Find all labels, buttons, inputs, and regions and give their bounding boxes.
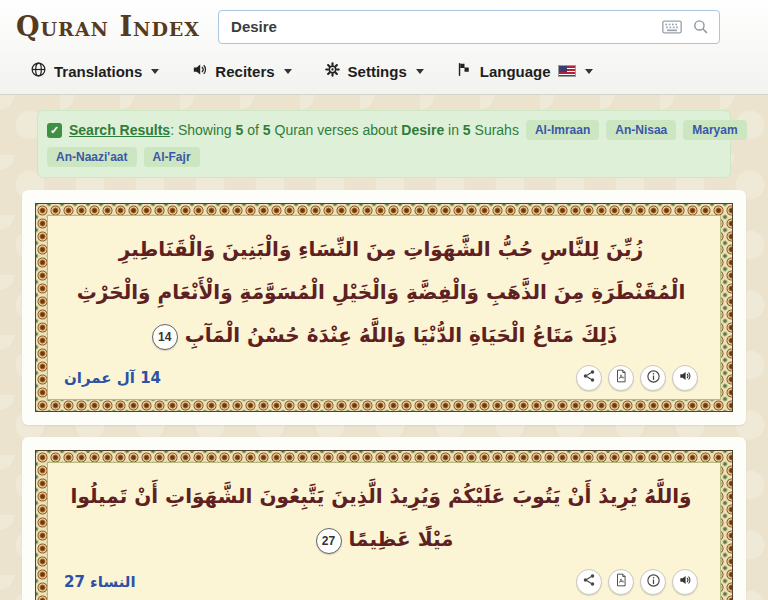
info-button[interactable]	[640, 365, 666, 391]
search-input[interactable]	[231, 18, 652, 35]
search-term: Desire	[401, 122, 444, 138]
chevron-down-icon	[416, 69, 424, 74]
globe-icon	[30, 61, 47, 81]
info-icon	[646, 573, 661, 592]
search-results-link[interactable]: Search Results	[69, 122, 170, 138]
speaker-icon	[678, 369, 692, 387]
chevron-down-icon	[151, 69, 159, 74]
nav-label: Language	[480, 63, 551, 80]
pdf-button[interactable]	[608, 365, 634, 391]
info-button[interactable]	[640, 569, 666, 595]
chevron-down-icon	[585, 69, 593, 74]
nav-label: Settings	[348, 63, 407, 80]
audio-button[interactable]	[672, 569, 698, 595]
speaker-icon	[191, 61, 208, 81]
verse-actions	[576, 365, 698, 391]
nav-item-translations[interactable]: Translations	[30, 61, 159, 81]
verse-text: زُيِّنَ لِلنَّاسِ حُبُّ الشَّهَوَاتِ مِن…	[64, 224, 698, 359]
share-button[interactable]	[576, 569, 602, 595]
surah-count: 5	[463, 122, 471, 138]
checked-checkbox-icon: ✓	[47, 123, 62, 138]
pdf-icon	[614, 369, 628, 387]
verse-number-badge: 14	[152, 324, 178, 350]
speaker-icon	[678, 573, 692, 591]
verse-actions	[576, 569, 698, 595]
surah-tag[interactable]: Al-Fajr	[144, 147, 200, 167]
gear-icon	[324, 61, 341, 81]
verse-number-badge: 27	[316, 528, 342, 554]
keyboard-icon[interactable]	[662, 20, 682, 34]
info-icon	[646, 369, 661, 388]
result-total: 5	[263, 122, 271, 138]
share-icon	[582, 573, 596, 591]
share-button[interactable]	[576, 365, 602, 391]
pdf-icon	[614, 573, 628, 591]
nav-item-settings[interactable]: Settings	[324, 61, 424, 81]
us-flag-icon	[558, 65, 576, 77]
search-results-banner: ✓ Search Results: Showing 5 of 5 Quran v…	[37, 110, 731, 178]
surah-link[interactable]: 14 آل عمران	[64, 369, 161, 387]
nav-label: Translations	[54, 63, 142, 80]
nav-label: Reciters	[215, 63, 274, 80]
search-icon[interactable]	[692, 18, 709, 35]
share-icon	[582, 369, 596, 387]
surah-link[interactable]: النساء 27	[64, 573, 136, 591]
nav-item-language[interactable]: Language	[456, 61, 593, 81]
verse-card: وَاللَّهُ يُرِيدُ أَنْ يَتُوبَ عَلَيْكُم…	[22, 437, 746, 600]
flag-icon	[456, 61, 473, 81]
pdf-button[interactable]	[608, 569, 634, 595]
app-logo[interactable]: Quran Index	[16, 11, 200, 42]
main-nav: Translations Reciters Settings Language	[0, 48, 768, 94]
ornate-frame: زُيِّنَ لِلنَّاسِ حُبُّ الشَّهَوَاتِ مِن…	[35, 203, 733, 412]
content-area: ✓ Search Results: Showing 5 of 5 Quran v…	[0, 95, 768, 600]
chevron-down-icon	[284, 69, 292, 74]
ornate-frame: وَاللَّهُ يُرِيدُ أَنْ يَتُوبَ عَلَيْكُم…	[35, 450, 733, 600]
audio-button[interactable]	[672, 365, 698, 391]
nav-item-reciters[interactable]: Reciters	[191, 61, 291, 81]
verse-card: زُيِّنَ لِلنَّاسِ حُبُّ الشَّهَوَاتِ مِن…	[22, 190, 746, 425]
results-summary: Search Results: Showing 5 of 5 Quran ver…	[69, 122, 519, 138]
verse-text: وَاللَّهُ يُرِيدُ أَنْ يَتُوبَ عَلَيْكُم…	[64, 471, 698, 563]
surah-tag[interactable]: Al-Imraan	[526, 120, 599, 140]
surah-tag[interactable]: Maryam	[683, 120, 746, 140]
surah-tag[interactable]: An-Naazi'aat	[47, 147, 137, 167]
surah-tag[interactable]: An-Nisaa	[606, 120, 676, 140]
search-box	[218, 10, 720, 44]
header: Quran Index Translations Reciters Settin…	[0, 0, 768, 95]
